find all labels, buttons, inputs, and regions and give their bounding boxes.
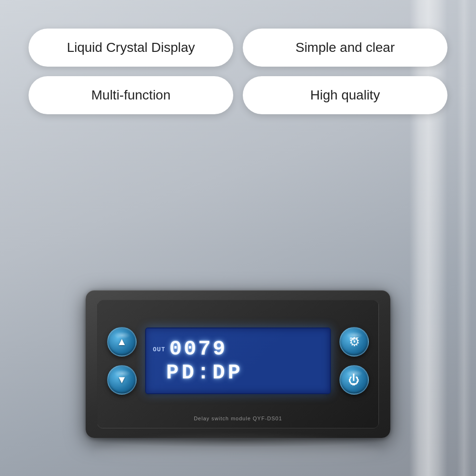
- up-button[interactable]: ▲: [107, 327, 137, 357]
- up-icon: ▲: [117, 337, 127, 347]
- set-label: SET: [340, 337, 368, 341]
- lcd-digits-row2: PD:DP: [153, 361, 243, 385]
- lcd-row1: OUT 0079: [153, 338, 323, 359]
- surface-reflection: [95, 438, 381, 466]
- device-inner: ▲ ▼ OUT 0079 PD:DP: [97, 300, 379, 428]
- down-icon: ▼: [117, 375, 127, 385]
- badge-simple: Simple and clear: [243, 29, 447, 67]
- controls-row: ▲ ▼ OUT 0079 PD:DP: [107, 309, 369, 413]
- lcd-out-label: OUT: [153, 346, 165, 353]
- background-light-column-2: [457, 0, 471, 476]
- lcd-row2: PD:DP: [153, 362, 323, 383]
- badges-grid: Liquid Crystal Display Simple and clear …: [29, 29, 447, 114]
- right-buttons: ⚙ SET ⏻: [339, 327, 369, 395]
- lcd-display: OUT 0079 PD:DP: [145, 327, 331, 394]
- set-button[interactable]: ⚙ SET: [339, 327, 369, 357]
- device-body: ▲ ▼ OUT 0079 PD:DP: [86, 290, 390, 438]
- model-label: Delay switch module QYF-DS01: [107, 416, 369, 421]
- power-button[interactable]: ⏻: [339, 365, 369, 395]
- left-buttons: ▲ ▼: [107, 327, 137, 395]
- down-button[interactable]: ▼: [107, 365, 137, 395]
- badge-quality: High quality: [243, 76, 447, 114]
- badge-multi: Multi-function: [29, 76, 233, 114]
- power-icon: ⏻: [348, 373, 360, 387]
- badge-lcd-label: Liquid Crystal Display: [67, 40, 195, 55]
- lcd-digits-row1: 0079: [169, 338, 227, 359]
- device-wrapper: ▲ ▼ OUT 0079 PD:DP: [86, 290, 390, 438]
- badge-lcd: Liquid Crystal Display: [29, 29, 233, 67]
- badge-multi-label: Multi-function: [91, 88, 171, 103]
- badge-quality-label: High quality: [310, 88, 380, 103]
- badge-simple-label: Simple and clear: [296, 40, 395, 55]
